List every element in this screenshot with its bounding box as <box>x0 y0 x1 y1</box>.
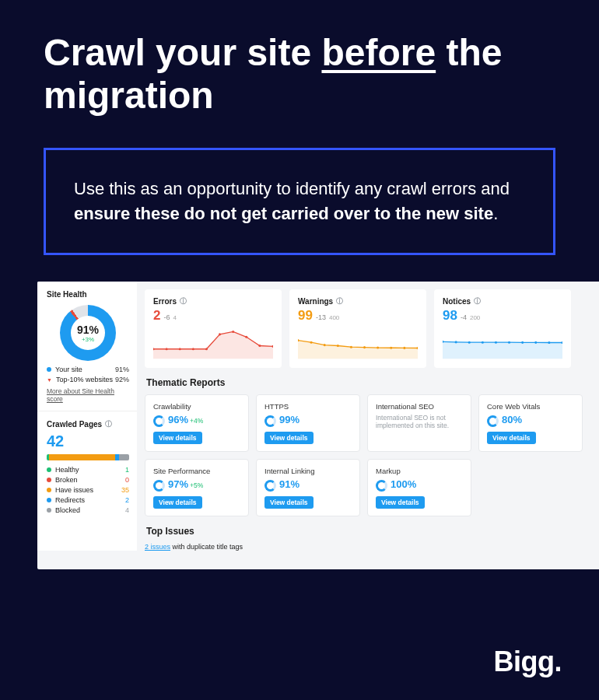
bar-segment <box>49 454 115 460</box>
dot-icon <box>47 478 51 482</box>
dot-icon <box>47 488 51 492</box>
view-details-button[interactable]: View details <box>264 496 314 509</box>
metric-delta: -13 <box>316 313 326 321</box>
report-card: International SEOInternational SEO is no… <box>367 394 471 452</box>
bar-segment <box>119 454 129 460</box>
breakdown-row: Broken0 <box>47 476 129 484</box>
breakdown-row: Redirects2 <box>47 496 129 504</box>
site-health-title: Site Health <box>47 290 129 299</box>
brand-logo: Bigg. <box>494 646 562 678</box>
info-icon: ⓘ <box>105 419 112 429</box>
site-health-donut: 91% +3% <box>60 305 116 361</box>
top-issues-title: Top Issues <box>146 526 599 537</box>
report-delta: +4% <box>190 417 203 425</box>
headline-underlined: before <box>321 32 436 73</box>
legend-your-site: Your site 91% <box>47 366 129 373</box>
svg-point-23 <box>482 341 484 344</box>
report-card: Markup 100% View details <box>367 459 471 516</box>
report-value: 99% <box>279 414 300 425</box>
progress-ring-icon <box>376 480 387 492</box>
report-card: Site Performance 97%+5% View details <box>145 459 249 516</box>
top-issues-link[interactable]: 2 issues <box>145 543 170 551</box>
metric-value: 2 <box>153 308 160 324</box>
dashboard-screenshot: Site Health 91% +3% Your site 91% ▼ Top-… <box>37 282 599 569</box>
report-card: HTTPS 99% View details <box>256 394 360 452</box>
metric-value: 99 <box>298 308 313 324</box>
report-card: Internal Linking 91% View details <box>256 459 360 516</box>
metric-delta: -4 <box>461 313 467 321</box>
axis-max: 200 <box>470 314 480 321</box>
callout-lead: Use this as an opportunity to identify a… <box>74 179 510 198</box>
axis-max: 400 <box>329 314 339 321</box>
progress-ring-icon <box>487 415 499 427</box>
crawled-pages-value: 42 <box>47 432 129 450</box>
callout-bold: ensure these do not get carried over to … <box>74 204 493 223</box>
svg-point-25 <box>508 341 510 344</box>
report-value: 96% <box>168 414 188 425</box>
svg-point-26 <box>521 341 524 344</box>
svg-point-22 <box>468 341 471 344</box>
thematic-reports-title: Thematic Reports <box>146 377 599 388</box>
site-health-pct: 91% <box>77 324 99 336</box>
svg-point-16 <box>377 347 379 349</box>
svg-point-5 <box>219 333 221 335</box>
svg-point-28 <box>548 341 550 344</box>
svg-point-27 <box>534 341 537 344</box>
dot-icon <box>47 467 51 472</box>
breakdown-row: Healthy1 <box>47 466 129 474</box>
page-headline: Crawl your site before the migration <box>0 0 599 117</box>
progress-ring-icon <box>153 480 165 492</box>
report-value: 91% <box>279 478 300 490</box>
svg-point-2 <box>179 348 181 350</box>
info-icon: ⓘ <box>180 296 187 306</box>
report-card: Crawlability 96%+4% View details <box>145 394 249 452</box>
metric-card-warnings: Warningsⓘ 99-13400 <box>289 289 426 368</box>
dot-icon <box>47 367 51 372</box>
view-details-button[interactable]: View details <box>153 496 202 509</box>
report-card: Core Web Vitals 80% View details <box>478 394 583 452</box>
info-icon: ⓘ <box>336 296 343 306</box>
headline-pre: Crawl your site <box>44 32 321 73</box>
crawled-pages-bar <box>47 454 129 460</box>
svg-point-14 <box>350 346 352 348</box>
breakdown-row: Have issues35 <box>47 486 129 494</box>
report-value: 97% <box>168 478 188 490</box>
view-details-button[interactable]: View details <box>376 496 425 509</box>
svg-point-18 <box>403 347 405 349</box>
site-health-delta: +3% <box>82 336 94 343</box>
view-details-button[interactable]: View details <box>264 432 314 444</box>
dot-icon <box>47 508 51 513</box>
svg-point-11 <box>310 341 313 344</box>
view-details-button[interactable]: View details <box>487 432 536 444</box>
callout-box: Use this as an opportunity to identify a… <box>44 148 555 255</box>
svg-point-6 <box>232 331 234 333</box>
progress-ring-icon <box>264 480 276 492</box>
progress-ring-icon <box>264 415 276 427</box>
svg-point-24 <box>495 341 497 344</box>
legend-top10: ▼ Top-10% websites 92% <box>47 376 129 383</box>
breakdown-row: Blocked4 <box>47 506 129 514</box>
metric-value: 98 <box>443 308 457 324</box>
report-value: 80% <box>502 414 522 425</box>
svg-point-12 <box>324 344 326 346</box>
dot-icon <box>47 498 51 502</box>
svg-point-7 <box>245 336 247 338</box>
info-icon: ⓘ <box>474 296 481 306</box>
view-details-button[interactable]: View details <box>153 432 202 444</box>
crawled-pages-title: Crawled Pages ⓘ <box>47 419 129 429</box>
report-delta: +5% <box>190 481 203 489</box>
report-value: 100% <box>391 478 416 490</box>
axis-max: 4 <box>173 314 176 321</box>
metric-card-errors: Errorsⓘ 2-64 <box>145 289 282 368</box>
svg-point-4 <box>205 348 208 350</box>
metric-delta: -6 <box>163 313 170 321</box>
svg-point-13 <box>337 345 339 347</box>
caret-down-icon: ▼ <box>47 377 52 383</box>
svg-point-21 <box>455 341 457 343</box>
progress-ring-icon <box>153 415 165 427</box>
svg-point-1 <box>166 348 168 350</box>
svg-point-8 <box>258 345 261 347</box>
svg-point-15 <box>363 346 366 348</box>
more-about-link[interactable]: More about Site Health score <box>47 387 129 403</box>
metric-card-notices: Noticesⓘ 98-4200 <box>434 289 571 368</box>
